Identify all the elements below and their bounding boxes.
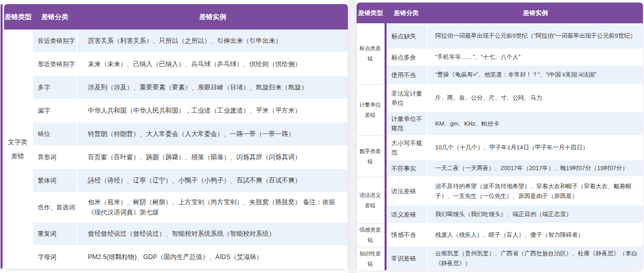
category-cell: 大小写不规范 [385,135,428,160]
text-errors-table-card: 差错类型 差错分类 差错实例 文字类差错 音近类错别字 厉害关系（利害关系）、只… [4,4,348,269]
table-row: 计量单位差错 非法定计量单位 斤、两、亩、公分、尺、寸、公吨、马力 [357,84,643,112]
category-cell: 也作、首选词 [32,192,78,222]
table-row: 多字 涉及到（涉及）、重要要素（要素）、亲眼目睹（目堵）、凯旋归来（凯旋） [4,76,348,99]
right-table-header-row: 差错类型 差错分类 差错实例 [357,3,643,23]
example-cell: 阿拉伯一词最早出现于公元前9世纪（“阿拉伯”一词最早出现于公元前9世纪） [428,23,643,49]
text-errors-table: 差错类型 差错分类 差错实例 文字类差错 音近类错别字 厉害关系（利害关系）、只… [4,4,348,269]
example-cell: 百页窗（百叶窗）、踌蹰（踌躇）、殒落（陨落）、闪烁其辞（闪烁其词） [78,146,348,169]
example-cell: 迫不及待的希望（波不急待地希望）、穿着大衣和帽子（穿着大衣、戴着帽子）、一支先生… [428,177,643,206]
example-cell: 包米（苞米）、树阴（树荫）、上方宝剑（尚方宝剑）、夹肢窝（胳肢窝） 备注：依据《… [78,192,348,222]
example-cell: “手机等等……”、“十七、八个人” [428,49,643,66]
table-row: 标点类差错 标点缺失 阿拉伯一词最早出现于公元前9世纪（“阿拉伯”一词最早出现于… [357,23,643,49]
left-accent-bar [1,4,3,269]
table-row: 错位 特普朗（特朗普）、大人常委会（人大常委会）、一路一带（一带一路） [4,123,348,146]
example-cell: 我们喝馒头（我们吃馒头）、端正目的（端正态度） [428,206,643,223]
table-row: 知识性差错 常识差错 云南凯里（贵州凯里）、广西省（广西壮族自治区）、杜甫《静夜… [357,247,643,270]
example-cell: “曹操《龟虽寿>”、他笑道：非常好！？”、“i中国 ii美国 iii法国” [428,66,643,84]
table-row: 也作、首选词 包米（苞米）、树阴（树荫）、上方宝剑（尚方宝剑）、夹肢窝（胳肢窝）… [4,192,348,222]
example-cell: 涉及到（涉及）、重要要素（要素）、亲眼目睹（目堵）、凯旋归来（凯旋） [78,76,348,99]
example-cell: KM、gm、KHz、帕丝卡 [428,112,643,135]
example-cell: 云南凯里（贵州凯里）、广西省（广西壮族自治区）、杜甫《静夜思》（李白《静夜思》） [428,247,643,270]
example-cell: 特普朗（特朗普）、大人常委会（人大常委会）、一路一带（一带一路） [78,123,348,146]
category-cell: 重复词 [32,222,78,246]
category-cell: 语义差错 [385,206,428,223]
example-cell: 一天二夜（一天两夜）、20017年（2017年）、晚19时07分（19时07分） [428,160,643,177]
category-cell: 错位 [32,123,78,146]
error-tables-page: { "colors": { "accent_purple": "#7b4b9d"… [0,0,644,273]
table-row: 形近类错别字 末来（未来）、己纳入（已纳入）、兵乓球（乒乓球）、供给则（供给侧） [4,53,348,76]
table-row: 计量单位不规范 KM、gm、KHz、帕丝卡 [357,112,643,135]
error-type-cell: 情感类差错 [357,223,385,247]
error-type-cell: 数字类差错 [357,135,385,177]
table-row: 字母词 PM2.5(细颗粒物)、GDP（国内生产总值）、AIDS（艾滋病） [4,246,348,269]
grouped-errors-table: 差错类型 差错分类 差错实例 标点类差错 标点缺失 阿拉伯一词最早出现于公元前9… [357,3,643,270]
right-accent-bar [385,3,387,270]
error-type-cell: 计量单位差错 [357,84,385,135]
category-cell: 字母词 [32,246,78,269]
example-cell: 厉害关系（利害关系）、只所以（之所以）、引伸出来（引申出来） [78,29,348,53]
table-row: 重复词 曾经曾经说过（曾经说过）、智能校对系统系统（智能校对系统） [4,222,348,246]
grouped-errors-table-card: 差错类型 差错分类 差错实例 标点类差错 标点缺失 阿拉伯一词最早出现于公元前9… [357,3,643,270]
category-cell: 多字 [32,76,78,99]
category-cell: 形近类错别字 [32,53,78,76]
error-type-cell: 知识性差错 [357,247,385,270]
category-cell: 不符事实 [385,160,428,177]
example-cell: 中华人共和国（中华人民共和国），工业渣（工业废渣）、平米（平方米） [78,99,348,123]
table-row: 漏字 中华人共和国（中华人民共和国），工业渣（工业废渣）、平米（平方米） [4,99,348,123]
category-cell: 使用不当 [385,66,428,84]
example-cell: 末来（未来）、己纳入（已纳入）、兵乓球（乒乓球）、供给则（供给侧） [78,53,348,76]
left-table-header-row: 差错类型 差错分类 差错实例 [4,4,348,29]
category-cell: 计量单位不规范 [385,112,428,135]
category-cell: 漏字 [32,99,78,123]
table-row: 数字类差错 大小写不规范 10几个（十几个）、甲子年1月14日（甲子年一月十四日… [357,135,643,160]
category-cell: 语法差错 [385,177,428,206]
example-cell: PM2.5(细颗粒物)、GDP（国内生产总值）、AIDS（艾滋病） [78,246,348,269]
category-cell: 繁体词 [32,169,78,192]
table-row: 异形词 百页窗（百叶窗）、踌蹰（踌躇）、殒落（陨落）、闪烁其辞（闪烁其词） [4,146,348,169]
category-cell: 情感不当 [385,223,428,247]
category-cell: 标点缺失 [385,23,428,49]
table-row: 不符事实 一天二夜（一天两夜）、20017年（2017年）、晚19时07分（19… [357,160,643,177]
example-cell: 残废人（残疾人）、瞎子（盲人）、傻子（智力障碍者） [428,223,643,247]
error-type-cell: 语法语义差错 [357,177,385,223]
left-col-header-category: 差错分类 [32,4,78,29]
category-cell: 非法定计量单位 [385,84,428,112]
right-col-header-example: 差错实例 [428,3,643,23]
category-cell: 音近类错别字 [32,29,78,53]
table-row: 繁体词 詩经（诗经）、辽寧（辽宁）、小鴨子（小鸭子）、百試不爽（百试不爽） [4,169,348,192]
example-cell: 10几个（十几个）、甲子年1月14日（甲子年一月十四日） [428,135,643,160]
example-cell: 詩经（诗经）、辽寧（辽宁）、小鴨子（小鸭子）、百試不爽（百试不爽） [78,169,348,192]
example-cell: 斤、两、亩、公分、尺、寸、公吨、马力 [428,84,643,112]
right-col-header-category: 差错分类 [385,3,428,23]
table-row: 情感类差错 情感不当 残废人（残疾人）、瞎子（盲人）、傻子（智力障碍者） [357,223,643,247]
table-row: 使用不当 “曹操《龟虽寿>”、他笑道：非常好！？”、“i中国 ii美国 iii法… [357,66,643,84]
table-row: 语法语义差错 语法差错 迫不及待的希望（波不急待地希望）、穿着大衣和帽子（穿着大… [357,177,643,206]
left-col-header-example: 差错实例 [78,4,348,29]
error-type-cell: 文字类差错 [4,29,32,269]
category-cell: 异形词 [32,146,78,169]
error-type-cell: 标点类差错 [357,23,385,84]
right-col-header-type: 差错类型 [357,3,385,23]
table-row: 标点多余 “手机等等……”、“十七、八个人” [357,49,643,66]
table-row: 文字类差错 音近类错别字 厉害关系（利害关系）、只所以（之所以）、引伸出来（引申… [4,29,348,53]
example-cell: 曾经曾经说过（曾经说过）、智能校对系统系统（智能校对系统） [78,222,348,246]
table-row: 语义差错 我们喝馒头（我们吃馒头）、端正目的（端正态度） [357,206,643,223]
table-gap [348,0,357,273]
left-col-header-type: 差错类型 [4,4,32,29]
category-cell: 常识差错 [385,247,428,270]
category-cell: 标点多余 [385,49,428,66]
